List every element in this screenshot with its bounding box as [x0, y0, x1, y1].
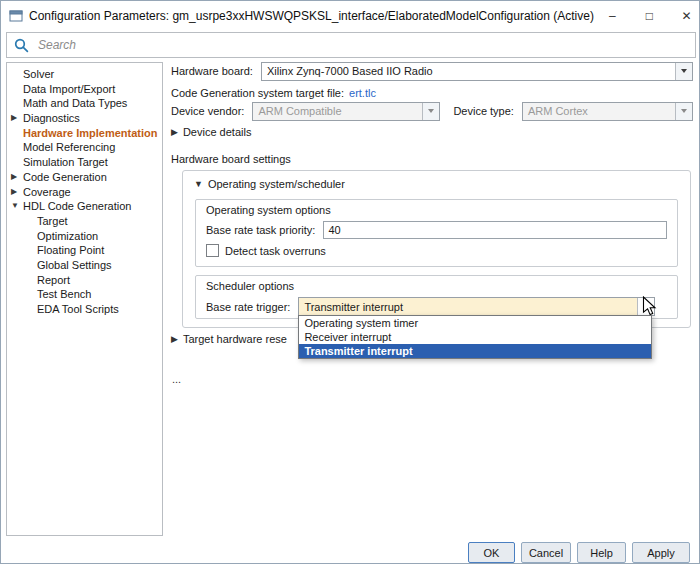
sidebar-item-label: Hardware Implementation	[23, 127, 157, 139]
base-rate-trigger-dropdown-list: Operating system timer Receiver interrup…	[298, 315, 652, 359]
device-row: Device vendor: ARM Compatible Device typ…	[171, 101, 693, 121]
sidebar-item-label: Report	[37, 274, 70, 286]
ok-button[interactable]: OK	[468, 542, 515, 563]
sidebar-item-label: Solver	[23, 68, 54, 80]
sidebar-item-simulation-target[interactable]: Simulation Target	[7, 155, 162, 170]
configuration-parameters-dialog: Configuration Parameters: gm_usrpe3xxHWS…	[0, 0, 700, 564]
sidebar-item-label: EDA Tool Scripts	[37, 303, 119, 315]
target-file-label: Code Generation system target file:	[171, 87, 344, 99]
hardware-board-combobox[interactable]: Xilinx Zynq-7000 Based IIO Radio	[261, 62, 693, 81]
priority-row: Base rate task priority:	[206, 221, 667, 239]
sidebar-item-label: Math and Data Types	[23, 97, 127, 109]
hardware-board-dropdown-button[interactable]	[675, 63, 692, 80]
sidebar-item-diagnostics[interactable]: ▶Diagnostics	[7, 111, 162, 126]
chevron-down-icon	[681, 109, 687, 113]
device-details-label: Device details	[183, 126, 251, 138]
sidebar-item-optimization[interactable]: Optimization	[7, 229, 162, 244]
cancel-button[interactable]: Cancel	[521, 542, 571, 563]
collapse-arrow-icon: ▼	[194, 179, 203, 189]
title-bar: Configuration Parameters: gm_usrpe3xxHWS…	[1, 1, 699, 30]
sidebar-item-code-generation[interactable]: ▶Code Generation	[7, 170, 162, 185]
expand-arrow-icon: ▶	[171, 334, 178, 344]
sidebar-item-solver[interactable]: Solver	[7, 67, 162, 82]
sidebar-item-floating-point[interactable]: Floating Point	[7, 243, 162, 258]
base-rate-trigger-combo-wrap: Transmitter interrupt Operating system t…	[298, 297, 655, 316]
sidebar-item-coverage[interactable]: ▶Coverage	[7, 185, 162, 200]
device-type-label: Device type:	[453, 105, 514, 117]
device-vendor-combobox: ARM Compatible	[252, 102, 440, 121]
close-button[interactable]: ✕	[668, 1, 700, 30]
apply-button[interactable]: Apply	[632, 542, 690, 563]
os-scheduler-panel: ▼ Operating system/scheduler Operating s…	[182, 170, 691, 328]
tree-expand-icon[interactable]: ▶	[11, 111, 17, 126]
base-rate-trigger-label: Base rate trigger:	[206, 301, 290, 313]
sidebar-item-label: Code Generation	[23, 171, 107, 183]
expand-arrow-icon: ▶	[171, 127, 178, 137]
window-title: Configuration Parameters: gm_usrpe3xxHWS…	[29, 9, 594, 23]
device-type-value: ARM Cortex	[523, 105, 675, 117]
os-scheduler-toggle[interactable]: ▼ Operating system/scheduler	[183, 171, 690, 190]
window-icon	[9, 9, 23, 23]
sidebar-item-label: HDL Code Generation	[23, 200, 131, 212]
target-hardware-label: Target hardware rese	[183, 333, 287, 345]
sidebar-item-label: Target	[37, 215, 68, 227]
base-rate-task-priority-label: Base rate task priority:	[206, 224, 315, 236]
detect-task-overruns-checkbox[interactable]	[206, 244, 219, 257]
detect-task-overruns-label: Detect task overruns	[225, 245, 326, 257]
sidebar-item-model-referencing[interactable]: Model Referencing	[7, 140, 162, 155]
sidebar-item-report[interactable]: Report	[7, 273, 162, 288]
sidebar-item-test-bench[interactable]: Test Bench	[7, 287, 162, 302]
maximize-button[interactable]: □	[631, 1, 668, 30]
dropdown-option-transmitter-interrupt[interactable]: Transmitter interrupt	[299, 344, 651, 358]
tree-expand-icon[interactable]: ▶	[11, 185, 17, 200]
sidebar-item-label: Optimization	[37, 230, 98, 242]
scheduler-options-title: Scheduler options	[206, 280, 667, 292]
operating-system-options-group: Operating system options Base rate task …	[195, 199, 678, 267]
sidebar-item-label: Coverage	[23, 186, 71, 198]
hardware-board-settings-title: Hardware board settings	[171, 153, 291, 165]
search-input[interactable]	[36, 37, 695, 53]
sidebar-item-target[interactable]: Target	[7, 214, 162, 229]
detect-task-overruns-option[interactable]: Detect task overruns	[206, 244, 667, 257]
chevron-down-icon	[428, 109, 434, 113]
device-type-combobox: ARM Cortex	[522, 102, 693, 121]
chevron-down-icon	[643, 305, 649, 309]
tree-expand-icon[interactable]: ▶	[11, 170, 17, 185]
device-vendor-value: ARM Compatible	[253, 105, 422, 117]
search-icon	[14, 38, 29, 53]
sidebar-item-hdl-code-generation[interactable]: ▼HDL Code Generation	[7, 199, 162, 214]
ellipsis-text: ...	[172, 373, 181, 385]
sidebar-tree: Solver Data Import/Export Math and Data …	[6, 62, 163, 536]
device-vendor-dropdown-button	[422, 103, 439, 120]
sidebar-item-hardware-implementation[interactable]: Hardware Implementation	[7, 126, 162, 141]
hardware-board-value: Xilinx Zynq-7000 Based IIO Radio	[262, 65, 675, 77]
sidebar-item-label: Global Settings	[37, 259, 112, 271]
ert-tlc-link[interactable]: ert.tlc	[349, 87, 376, 99]
tree-collapse-icon[interactable]: ▼	[11, 199, 19, 214]
sidebar-item-label: Simulation Target	[23, 156, 108, 168]
os-options-title: Operating system options	[206, 204, 667, 216]
base-rate-trigger-combobox[interactable]: Transmitter interrupt	[298, 297, 655, 316]
base-rate-trigger-row: Base rate trigger: Transmitter interrupt…	[206, 297, 667, 316]
help-button[interactable]: Help	[577, 542, 626, 563]
minimize-button[interactable]: –	[594, 1, 631, 30]
os-scheduler-title: Operating system/scheduler	[208, 178, 345, 190]
target-hardware-resources-toggle[interactable]: ▶ Target hardware rese	[171, 333, 287, 345]
dropdown-option-operating-system-timer[interactable]: Operating system timer	[299, 316, 651, 330]
window-controls: – □ ✕	[594, 1, 700, 30]
sidebar-item-data-import-export[interactable]: Data Import/Export	[7, 82, 162, 97]
sidebar-item-label: Test Bench	[37, 288, 91, 300]
sidebar-item-label: Floating Point	[37, 244, 104, 256]
sidebar-item-global-settings[interactable]: Global Settings	[7, 258, 162, 273]
sidebar-item-math-and-data-types[interactable]: Math and Data Types	[7, 96, 162, 111]
device-details-toggle[interactable]: ▶ Device details	[171, 124, 251, 139]
base-rate-trigger-dropdown-button[interactable]	[637, 298, 654, 315]
sidebar-item-label: Diagnostics	[23, 112, 80, 124]
base-rate-task-priority-input[interactable]	[323, 221, 667, 239]
hardware-board-row: Hardware board: Xilinx Zynq-7000 Based I…	[171, 61, 693, 81]
device-vendor-label: Device vendor:	[171, 105, 244, 117]
chevron-down-icon	[681, 69, 687, 73]
sidebar-item-eda-tool-scripts[interactable]: EDA Tool Scripts	[7, 302, 162, 317]
sidebar-item-label: Data Import/Export	[23, 83, 115, 95]
dropdown-option-receiver-interrupt[interactable]: Receiver interrupt	[299, 330, 651, 344]
